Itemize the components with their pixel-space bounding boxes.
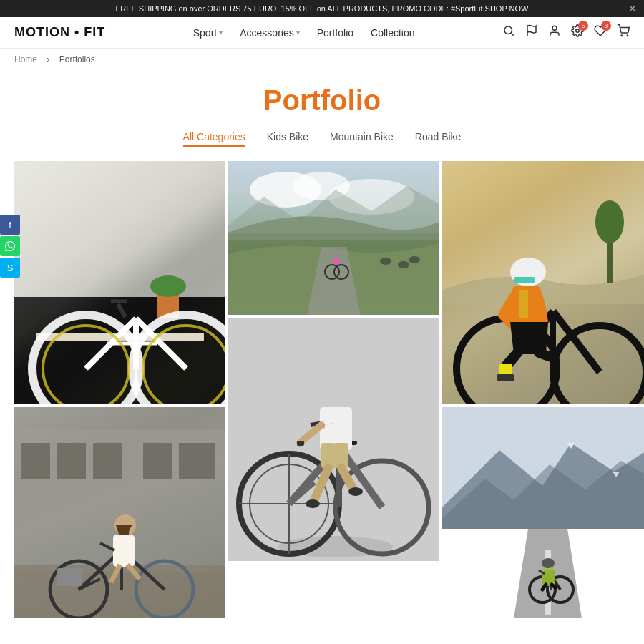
nav-collection-label: Collection	[371, 27, 414, 39]
portfolio-grid: FIT	[0, 161, 644, 633]
svg-point-0	[504, 26, 512, 34]
banner-close-button[interactable]: ✕	[628, 3, 637, 14]
svg-point-5	[621, 35, 623, 36]
nav-sport-arrow: ▾	[219, 29, 223, 36]
svg-point-50	[398, 261, 409, 268]
portfolio-item-2[interactable]	[228, 161, 439, 315]
svg-rect-27	[143, 443, 172, 479]
settings-badge: 5	[578, 21, 588, 31]
svg-text:FIT: FIT	[323, 422, 333, 430]
breadcrumb: Home › Portfolios	[0, 49, 644, 70]
grid-column-2: FIT	[228, 161, 439, 618]
svg-rect-37	[113, 535, 135, 567]
wishlist-icon[interactable]: 3	[594, 24, 607, 41]
facebook-button[interactable]: f	[0, 215, 20, 235]
logo[interactable]: MOTION • FIT	[14, 25, 105, 40]
user-icon[interactable]	[548, 24, 561, 41]
svg-rect-41	[57, 568, 82, 586]
filter-road-bike[interactable]: Road Bike	[415, 131, 462, 147]
breadcrumb-current: Portfolios	[59, 54, 95, 64]
portfolio-item-5[interactable]: FIT	[228, 318, 439, 561]
nav-collection[interactable]: Collection	[371, 27, 414, 39]
svg-rect-74	[297, 441, 304, 446]
filter-kids-bike[interactable]: Kids Bike	[267, 131, 308, 147]
svg-point-48	[333, 258, 340, 265]
search-icon[interactable]	[502, 24, 515, 41]
svg-line-89	[539, 353, 553, 358]
svg-point-51	[409, 256, 420, 263]
portfolio-item-3[interactable]	[442, 161, 644, 404]
portfolio-item-6[interactable]	[442, 407, 644, 618]
svg-line-1	[511, 33, 513, 35]
svg-point-11	[150, 275, 186, 297]
filter-tabs: All Categories Kids Bike Mountain Bike R…	[0, 124, 644, 161]
svg-point-6	[627, 35, 628, 36]
svg-rect-85	[514, 277, 535, 283]
grid-column-3	[442, 161, 644, 618]
nav-accessories-arrow: ▾	[296, 29, 300, 36]
grid-column-1	[14, 161, 225, 618]
svg-rect-24	[21, 443, 50, 479]
svg-rect-25	[57, 443, 86, 479]
header-icons: 5 3	[502, 24, 630, 41]
svg-line-105	[552, 585, 555, 587]
filter-mountain-bike[interactable]: Mountain Bike	[330, 131, 394, 147]
nav-accessories-label: Accessories	[240, 27, 293, 39]
header: MOTION • FIT Sport ▾ Accessories ▾ Portf…	[0, 17, 644, 49]
nav-accessories[interactable]: Accessories ▾	[240, 27, 299, 39]
svg-point-49	[380, 258, 391, 265]
banner-text: FREE SHIPPING on over ORDERS 75 EURO. 15…	[115, 4, 528, 13]
breadcrumb-home[interactable]: Home	[14, 54, 37, 64]
nav-sport-label: Sport	[193, 27, 217, 39]
page-title: Portfolio	[0, 70, 644, 124]
nav-portfolio[interactable]: Portfolio	[317, 27, 353, 39]
filter-all-categories[interactable]: All Categories	[183, 131, 245, 147]
cart-icon[interactable]	[617, 24, 630, 41]
top-banner: FREE SHIPPING on over ORDERS 75 EURO. 15…	[0, 0, 644, 17]
svg-rect-7	[14, 161, 225, 297]
breadcrumb-separator: ›	[47, 54, 49, 64]
portfolio-item-4[interactable]	[14, 407, 225, 618]
svg-rect-91	[497, 374, 514, 381]
wishlist-badge: 3	[601, 21, 611, 31]
svg-rect-26	[93, 443, 122, 479]
social-sidebar: f S	[0, 215, 20, 278]
skype-button[interactable]: S	[0, 258, 20, 278]
svg-rect-28	[179, 443, 215, 479]
svg-point-71	[306, 499, 320, 508]
svg-point-102	[542, 558, 555, 568]
svg-point-72	[348, 487, 363, 496]
svg-point-78	[595, 200, 624, 243]
svg-point-4	[576, 29, 580, 33]
svg-point-3	[552, 26, 557, 30]
main-nav: Sport ▾ Accessories ▾ Portfolio Collecti…	[193, 27, 415, 39]
nav-sport[interactable]: Sport ▾	[193, 27, 223, 39]
nav-portfolio-label: Portfolio	[317, 27, 353, 39]
flag-icon[interactable]	[525, 24, 538, 41]
whatsapp-button[interactable]	[0, 236, 20, 256]
settings-icon[interactable]: 5	[571, 24, 584, 41]
portfolio-item-1[interactable]	[14, 161, 225, 404]
